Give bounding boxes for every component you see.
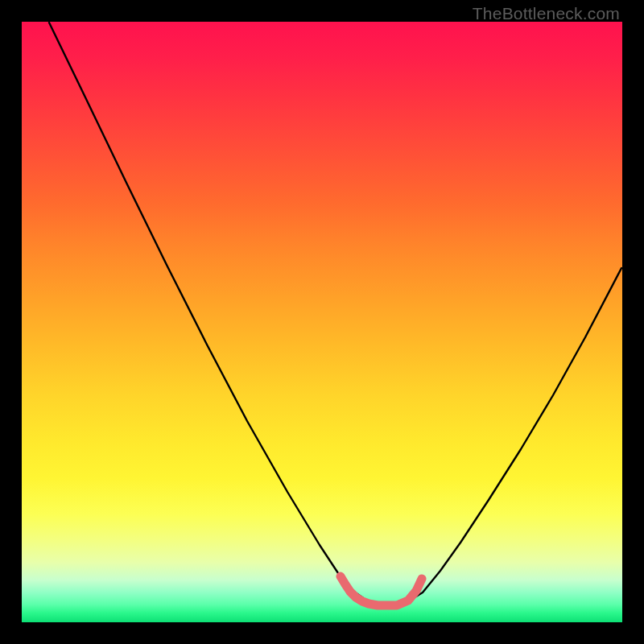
black-v-curve [49,23,621,605]
plot-area [22,22,622,622]
curve-layer [22,22,622,622]
watermark-text: TheBottleneck.com [473,4,620,23]
chart-frame: TheBottleneck.com [0,0,644,644]
pink-valley-overlay [341,576,422,605]
